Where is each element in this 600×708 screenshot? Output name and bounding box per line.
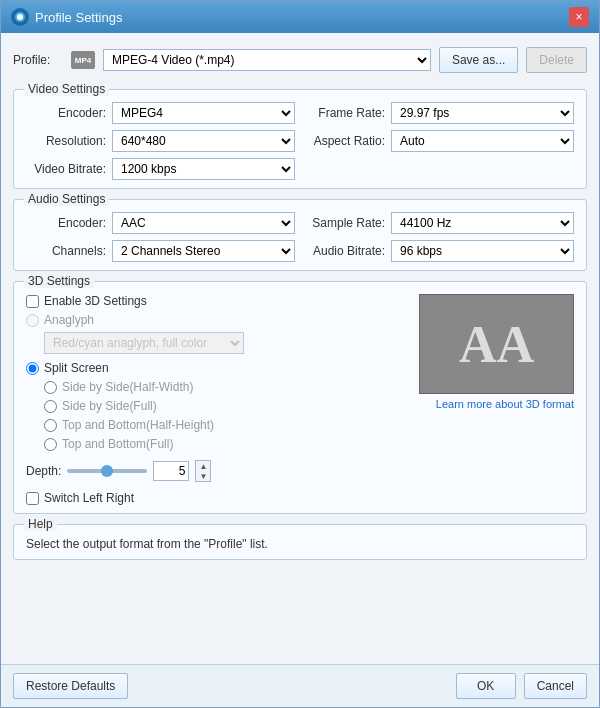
- help-title: Help: [24, 517, 57, 531]
- save-as-button[interactable]: Save as...: [439, 47, 518, 73]
- aspect-ratio-select[interactable]: Auto: [391, 130, 574, 152]
- audio-bitrate-row: Audio Bitrate: 96 kbps: [305, 240, 574, 262]
- sample-rate-label: Sample Rate:: [305, 216, 385, 230]
- 3d-settings-content: Enable 3D Settings Anaglyph Red/cyan ana…: [26, 290, 574, 505]
- anaglyph-select[interactable]: Red/cyan anaglyph, full color: [44, 332, 244, 354]
- 3d-settings-section: 3D Settings Enable 3D Settings Anaglyph …: [13, 281, 587, 514]
- 3d-left-col: Enable 3D Settings Anaglyph Red/cyan ana…: [26, 294, 404, 505]
- aspect-ratio-label: Aspect Ratio:: [305, 134, 385, 148]
- audio-bitrate-label: Audio Bitrate:: [305, 244, 385, 258]
- help-text: Select the output format from the "Profi…: [26, 533, 574, 551]
- anaglyph-row: Anaglyph: [26, 313, 404, 327]
- video-bitrate-label: Video Bitrate:: [26, 162, 106, 176]
- depth-decrement-button[interactable]: ▼: [196, 471, 210, 481]
- enable-3d-label: Enable 3D Settings: [44, 294, 147, 308]
- audio-encoder-label: Encoder:: [26, 216, 106, 230]
- side-by-side-half-radio[interactable]: [44, 381, 57, 394]
- video-bitrate-select[interactable]: 1200 kbps: [112, 158, 295, 180]
- top-bottom-full-row: Top and Bottom(Full): [44, 437, 404, 451]
- close-button[interactable]: ×: [569, 7, 589, 27]
- sample-rate-select[interactable]: 44100 Hz: [391, 212, 574, 234]
- audio-settings-section: Audio Settings Encoder: AAC Channels: 2 …: [13, 199, 587, 271]
- video-settings-title: Video Settings: [24, 82, 109, 96]
- audio-settings-content: Encoder: AAC Channels: 2 Channels Stereo: [26, 208, 574, 262]
- help-section: Help Select the output format from the "…: [13, 524, 587, 560]
- sample-rate-row: Sample Rate: 44100 Hz: [305, 212, 574, 234]
- cancel-button[interactable]: Cancel: [524, 673, 587, 699]
- video-settings-section: Video Settings Encoder: MPEG4 Resolution…: [13, 89, 587, 189]
- enable-3d-checkbox[interactable]: [26, 295, 39, 308]
- window-title: Profile Settings: [35, 10, 122, 25]
- ok-button[interactable]: OK: [456, 673, 516, 699]
- svg-point-1: [17, 14, 23, 20]
- aa-preview: AA: [419, 294, 574, 394]
- encoder-select[interactable]: MPEG4: [112, 102, 295, 124]
- app-icon: [11, 8, 29, 26]
- profile-select[interactable]: MPEG-4 Video (*.mp4): [103, 49, 431, 71]
- frame-rate-row: Frame Rate: 29.97 fps: [305, 102, 574, 124]
- channels-row: Channels: 2 Channels Stereo: [26, 240, 295, 262]
- switch-lr-checkbox[interactable]: [26, 492, 39, 505]
- profile-format-icon: MP4: [71, 51, 95, 69]
- side-by-side-half-row: Side by Side(Half-Width): [44, 380, 404, 394]
- channels-select[interactable]: 2 Channels Stereo: [112, 240, 295, 262]
- top-bottom-half-radio[interactable]: [44, 419, 57, 432]
- anaglyph-radio[interactable]: [26, 314, 39, 327]
- profile-label: Profile:: [13, 53, 63, 67]
- resolution-select[interactable]: 640*480: [112, 130, 295, 152]
- delete-button[interactable]: Delete: [526, 47, 587, 73]
- side-by-side-full-radio[interactable]: [44, 400, 57, 413]
- encoder-row: Encoder: MPEG4: [26, 102, 295, 124]
- profile-settings-window: Profile Settings × Profile: MP4 MPEG-4 V…: [0, 0, 600, 708]
- enable-3d-row: Enable 3D Settings: [26, 294, 404, 308]
- side-by-side-full-label: Side by Side(Full): [62, 399, 157, 413]
- depth-spinner: ▲ ▼: [195, 460, 211, 482]
- resolution-label: Resolution:: [26, 134, 106, 148]
- top-bottom-half-row: Top and Bottom(Half-Height): [44, 418, 404, 432]
- split-screen-radio[interactable]: [26, 362, 39, 375]
- learn-more-link[interactable]: Learn more about 3D format: [436, 398, 574, 410]
- 3d-settings-title: 3D Settings: [24, 274, 94, 288]
- aa-text: AA: [459, 315, 534, 374]
- 3d-right-col: AA Learn more about 3D format: [414, 294, 574, 505]
- footer-right: OK Cancel: [456, 673, 587, 699]
- profile-row: Profile: MP4 MPEG-4 Video (*.mp4) Save a…: [13, 41, 587, 79]
- audio-left-col: Encoder: AAC Channels: 2 Channels Stereo: [26, 212, 295, 262]
- switch-lr-label: Switch Left Right: [44, 491, 134, 505]
- depth-row: Depth: ▲ ▼: [26, 460, 404, 482]
- titlebar-left: Profile Settings: [11, 8, 122, 26]
- anaglyph-options: Red/cyan anaglyph, full color: [44, 332, 404, 354]
- restore-defaults-button[interactable]: Restore Defaults: [13, 673, 128, 699]
- audio-encoder-row: Encoder: AAC: [26, 212, 295, 234]
- switch-lr-row: Switch Left Right: [26, 491, 404, 505]
- main-content: Profile: MP4 MPEG-4 Video (*.mp4) Save a…: [1, 33, 599, 664]
- top-bottom-full-radio[interactable]: [44, 438, 57, 451]
- top-bottom-half-label: Top and Bottom(Half-Height): [62, 418, 214, 432]
- split-screen-label: Split Screen: [44, 361, 109, 375]
- footer: Restore Defaults OK Cancel: [1, 664, 599, 707]
- encoder-label: Encoder:: [26, 106, 106, 120]
- aspect-ratio-row: Aspect Ratio: Auto: [305, 130, 574, 152]
- video-right-col: Frame Rate: 29.97 fps Aspect Ratio: Auto: [305, 102, 574, 180]
- frame-rate-label: Frame Rate:: [305, 106, 385, 120]
- resolution-row: Resolution: 640*480: [26, 130, 295, 152]
- video-bitrate-row: Video Bitrate: 1200 kbps: [26, 158, 295, 180]
- depth-slider[interactable]: [67, 469, 147, 473]
- anaglyph-label: Anaglyph: [44, 313, 94, 327]
- depth-label: Depth:: [26, 464, 61, 478]
- audio-encoder-select[interactable]: AAC: [112, 212, 295, 234]
- depth-increment-button[interactable]: ▲: [196, 461, 210, 471]
- channels-label: Channels:: [26, 244, 106, 258]
- audio-settings-title: Audio Settings: [24, 192, 109, 206]
- video-left-col: Encoder: MPEG4 Resolution: 640*480 Video…: [26, 102, 295, 180]
- frame-rate-select[interactable]: 29.97 fps: [391, 102, 574, 124]
- audio-bitrate-select[interactable]: 96 kbps: [391, 240, 574, 262]
- titlebar: Profile Settings ×: [1, 1, 599, 33]
- audio-right-col: Sample Rate: 44100 Hz Audio Bitrate: 96 …: [305, 212, 574, 262]
- depth-input[interactable]: [153, 461, 189, 481]
- side-by-side-full-row: Side by Side(Full): [44, 399, 404, 413]
- video-settings-content: Encoder: MPEG4 Resolution: 640*480 Video…: [26, 98, 574, 180]
- top-bottom-full-label: Top and Bottom(Full): [62, 437, 173, 451]
- side-by-side-half-label: Side by Side(Half-Width): [62, 380, 193, 394]
- split-screen-row: Split Screen: [26, 361, 404, 375]
